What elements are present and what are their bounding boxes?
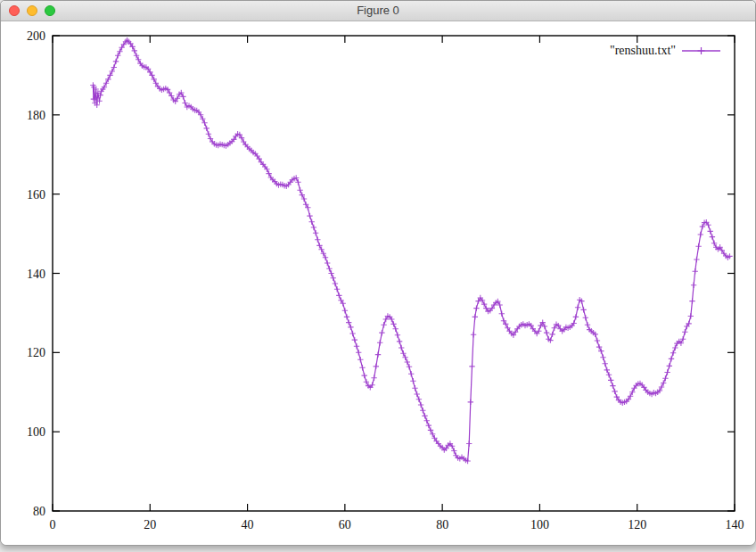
- x-tick-label: 60: [339, 518, 351, 531]
- chart-canvas: 02040608010012014080100120140160180200 "…: [1, 21, 755, 545]
- y-tick-label: 140: [27, 268, 45, 281]
- y-tick-label: 200: [27, 29, 45, 43]
- x-tick-label: 80: [436, 518, 448, 531]
- y-tick-label: 180: [27, 109, 45, 122]
- series-markers: [90, 37, 733, 464]
- x-tick-label: 100: [530, 518, 549, 531]
- legend: "renshuu.txt": [610, 44, 720, 57]
- data-series: [90, 37, 733, 464]
- y-tick-label: 100: [27, 425, 45, 439]
- plot-border: [53, 36, 735, 511]
- x-tick-label: 40: [242, 518, 254, 531]
- axes-frame: 02040608010012014080100120140160180200: [27, 29, 744, 531]
- x-tick-label: 0: [50, 518, 56, 531]
- figure-window: Figure 0 0204060801001201408010012014016…: [0, 0, 756, 546]
- legend-marker-sample: [698, 47, 705, 54]
- titlebar[interactable]: Figure 0: [1, 1, 755, 21]
- x-tick-label: 20: [144, 518, 156, 531]
- window-title: Figure 0: [1, 1, 755, 21]
- legend-label: "renshuu.txt": [610, 44, 676, 57]
- plot-content: 02040608010012014080100120140160180200 "…: [1, 21, 755, 545]
- y-tick-label: 80: [33, 505, 45, 518]
- x-tick-label: 120: [628, 518, 646, 531]
- x-tick-label: 140: [726, 518, 744, 531]
- y-tick-label: 160: [27, 188, 45, 202]
- y-tick-label: 120: [27, 346, 45, 359]
